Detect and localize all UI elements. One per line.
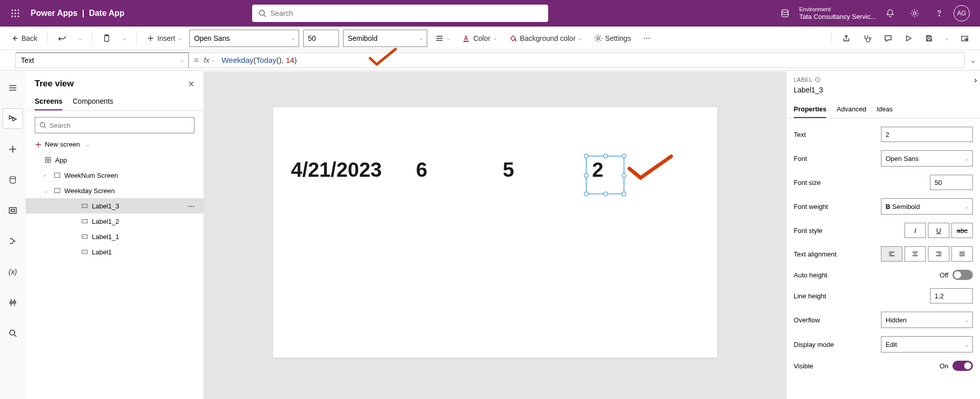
environment-icon[interactable] bbox=[775, 3, 795, 24]
svg-point-0 bbox=[12, 10, 13, 11]
prop-displaymode-label: Display mode bbox=[794, 341, 834, 348]
font-weight-select[interactable]: Semibold⌵ bbox=[343, 30, 427, 47]
prop-overflow-label: Overflow bbox=[794, 316, 820, 324]
autoheight-toggle[interactable] bbox=[952, 270, 973, 280]
plus-icon bbox=[35, 141, 42, 148]
tools-rail-icon[interactable] bbox=[3, 292, 23, 313]
canvas-label-date[interactable]: 4/21/2023 bbox=[291, 158, 382, 181]
tab-ideas[interactable]: Ideas bbox=[876, 101, 893, 118]
prop-displaymode-select[interactable]: Edit⌵ bbox=[881, 336, 973, 353]
visible-toggle[interactable] bbox=[952, 361, 973, 371]
bgcolor-button[interactable]: Background color ⌵ bbox=[505, 30, 586, 46]
control-name[interactable]: Label1_3 bbox=[794, 86, 973, 94]
undo-button[interactable] bbox=[54, 30, 70, 46]
back-button[interactable]: Back bbox=[7, 30, 41, 46]
checker-button[interactable] bbox=[859, 30, 876, 46]
property-selector[interactable]: Text⌵ bbox=[15, 53, 189, 68]
tree-item-label1[interactable]: Label1 bbox=[26, 244, 204, 260]
tree-item-label1-1[interactable]: Label1_1 bbox=[26, 229, 204, 244]
expand-panel-icon[interactable]: › bbox=[974, 76, 977, 85]
search-icon bbox=[39, 122, 46, 129]
label-icon bbox=[81, 232, 89, 241]
search-input[interactable] bbox=[271, 9, 542, 17]
tab-properties[interactable]: Properties bbox=[794, 101, 826, 118]
svg-point-27 bbox=[10, 330, 15, 335]
align-justify-button[interactable] bbox=[951, 246, 973, 262]
font-size-input[interactable]: 50 bbox=[303, 30, 339, 47]
color-button[interactable]: Color ⌵ bbox=[458, 30, 500, 46]
canvas-area[interactable]: 4/21/2023 6 5 2 bbox=[204, 72, 786, 399]
tab-advanced[interactable]: Advanced bbox=[837, 101, 866, 118]
tree-item-label1-3[interactable]: Label1_3 ⋯ bbox=[26, 198, 204, 214]
tree-search-box[interactable] bbox=[35, 117, 194, 133]
paste-button[interactable] bbox=[99, 30, 115, 46]
align-left-button[interactable] bbox=[881, 246, 902, 262]
svg-point-12 bbox=[913, 12, 916, 14]
tree-item-label1-2[interactable]: Label1_2 bbox=[26, 214, 204, 229]
tab-components[interactable]: Components bbox=[72, 93, 113, 110]
underline-button[interactable]: U bbox=[928, 223, 949, 238]
notifications-icon[interactable] bbox=[880, 3, 900, 24]
prop-fontsize-input[interactable] bbox=[930, 175, 973, 190]
hamburger-icon[interactable] bbox=[3, 78, 23, 98]
svg-rect-14 bbox=[105, 35, 109, 41]
align-center-button[interactable] bbox=[904, 246, 926, 262]
publish-button[interactable] bbox=[957, 30, 973, 46]
preview-button[interactable] bbox=[900, 30, 917, 46]
formula-input[interactable]: Weekday(Today(), 14) bbox=[219, 54, 973, 67]
user-avatar[interactable]: AG bbox=[953, 5, 970, 21]
strike-button[interactable]: abc bbox=[951, 223, 973, 238]
app-header: Power Apps | Date App Environment Tata C… bbox=[0, 0, 980, 27]
italic-button[interactable]: I bbox=[904, 223, 926, 238]
data-rail-icon[interactable] bbox=[3, 170, 23, 190]
expand-formula-icon[interactable]: ⌵ bbox=[971, 56, 975, 64]
variables-rail-icon[interactable]: (x) bbox=[3, 262, 23, 282]
fx-icon[interactable]: fx⌵ bbox=[204, 56, 214, 64]
media-rail-icon[interactable] bbox=[3, 200, 23, 221]
tree-view-icon[interactable] bbox=[3, 108, 23, 129]
more-button[interactable]: ⋯ bbox=[639, 30, 654, 46]
prop-fontweight-select[interactable]: B Semibold⌵ bbox=[881, 198, 973, 215]
command-bar: Back ⌵ ⌵ Insert ⌵ Open Sans⌵ 50 Semibold… bbox=[0, 27, 980, 50]
save-dropdown[interactable]: ⌵ bbox=[941, 30, 952, 46]
help-icon[interactable] bbox=[929, 3, 949, 24]
tree-search-input[interactable] bbox=[50, 122, 190, 129]
insert-rail-icon[interactable] bbox=[3, 139, 23, 159]
align-button[interactable]: ⌵ bbox=[431, 30, 454, 46]
flows-rail-icon[interactable] bbox=[3, 231, 23, 251]
prop-overflow-select[interactable]: Hidden⌵ bbox=[881, 312, 973, 328]
tree-item-app[interactable]: App bbox=[26, 152, 204, 168]
search-rail-icon[interactable] bbox=[3, 323, 23, 343]
tab-screens[interactable]: Screens bbox=[35, 93, 62, 110]
settings-gear-icon[interactable] bbox=[904, 3, 925, 24]
svg-rect-37 bbox=[82, 204, 88, 208]
settings-button[interactable]: Settings bbox=[590, 30, 635, 46]
app-launcher-icon[interactable] bbox=[5, 3, 26, 24]
undo-dropdown[interactable]: ⌵ bbox=[75, 30, 86, 46]
prop-font-select[interactable]: Open Sans⌵ bbox=[881, 150, 973, 167]
svg-rect-40 bbox=[82, 250, 88, 254]
prop-autoheight-label: Auto height bbox=[794, 271, 827, 279]
selection-box[interactable] bbox=[586, 156, 624, 194]
font-name-select[interactable]: Open Sans⌵ bbox=[189, 30, 299, 47]
insert-button[interactable]: Insert ⌵ bbox=[143, 30, 185, 46]
canvas-label-6[interactable]: 6 bbox=[416, 158, 427, 181]
info-icon[interactable] bbox=[815, 77, 821, 83]
canvas-label-5[interactable]: 5 bbox=[503, 158, 514, 181]
tree-item-weekday-screen[interactable]: ⌵ Weekday Screen bbox=[26, 183, 204, 198]
new-screen-button[interactable]: New screen ⌵ bbox=[26, 136, 204, 152]
share-button[interactable] bbox=[838, 30, 854, 46]
comments-button[interactable] bbox=[880, 30, 896, 46]
paste-dropdown[interactable]: ⌵ bbox=[119, 30, 130, 46]
save-button[interactable] bbox=[921, 30, 937, 46]
prop-lineheight-input[interactable] bbox=[930, 288, 973, 303]
tree-item-weeknum-screen[interactable]: › WeekNum Screen bbox=[26, 168, 204, 183]
more-icon[interactable]: ⋯ bbox=[188, 202, 194, 210]
canvas-screen[interactable]: 4/21/2023 6 5 2 bbox=[273, 107, 717, 358]
environment-text[interactable]: Environment Tata Consultancy Servic... bbox=[799, 6, 876, 21]
svg-point-4 bbox=[15, 13, 16, 14]
align-right-button[interactable] bbox=[928, 246, 949, 262]
prop-text-input[interactable] bbox=[881, 127, 973, 142]
search-box[interactable] bbox=[252, 5, 548, 22]
close-tree-icon[interactable]: ✕ bbox=[188, 79, 194, 89]
